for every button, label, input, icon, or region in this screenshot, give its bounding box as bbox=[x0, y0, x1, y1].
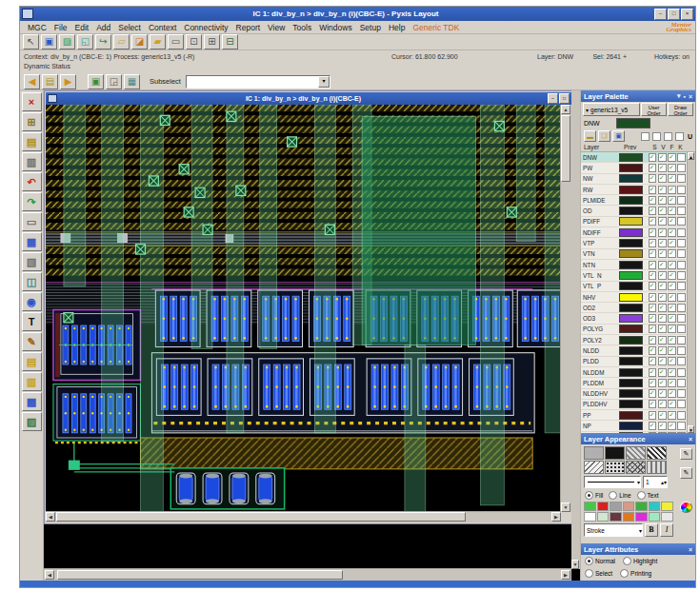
tool-icon[interactable]: ▤ bbox=[22, 352, 42, 371]
layer-row[interactable]: NLDDM bbox=[581, 367, 688, 378]
f-checkbox[interactable] bbox=[668, 174, 676, 183]
s-checkbox[interactable] bbox=[649, 164, 657, 172]
s-checkbox[interactable] bbox=[649, 389, 657, 398]
layer-row[interactable]: PLDD bbox=[581, 357, 688, 367]
close-icon[interactable]: × bbox=[689, 546, 692, 553]
f-checkbox[interactable] bbox=[668, 346, 676, 355]
s-checkbox[interactable] bbox=[649, 293, 657, 302]
v-checkbox[interactable] bbox=[658, 400, 667, 408]
f-checkbox[interactable] bbox=[668, 422, 676, 430]
layer-row[interactable]: VTP bbox=[581, 238, 688, 248]
box-icon[interactable]: ▣ bbox=[612, 130, 625, 142]
scroll-left-icon[interactable]: ◀ bbox=[46, 512, 55, 522]
filter-checkbox[interactable] bbox=[652, 132, 661, 141]
k-checkbox[interactable] bbox=[677, 186, 686, 194]
layer-row[interactable]: NLDDHV bbox=[581, 389, 688, 400]
filter-checkbox[interactable] bbox=[675, 132, 684, 141]
layer-swatch[interactable] bbox=[619, 400, 643, 408]
v-checkbox[interactable] bbox=[658, 186, 667, 194]
v-checkbox[interactable] bbox=[658, 422, 667, 430]
v-checkbox[interactable] bbox=[658, 314, 667, 323]
pattern-swatch[interactable] bbox=[626, 461, 646, 474]
scroll-left-icon[interactable]: ◀ bbox=[45, 570, 54, 580]
v-checkbox[interactable] bbox=[658, 239, 667, 247]
s-checkbox[interactable] bbox=[649, 217, 657, 226]
v-checkbox[interactable] bbox=[658, 228, 667, 237]
layer-swatch[interactable] bbox=[619, 228, 643, 237]
color-wheel-icon[interactable] bbox=[680, 502, 692, 513]
layer-swatch[interactable] bbox=[619, 207, 643, 215]
layer-row[interactable]: POLYG bbox=[581, 325, 688, 335]
window-menu-icon[interactable] bbox=[48, 94, 57, 103]
layer-swatch[interactable] bbox=[619, 271, 643, 280]
v-checkbox[interactable] bbox=[658, 217, 667, 226]
f-checkbox[interactable] bbox=[668, 282, 676, 290]
layer-row[interactable]: PW bbox=[581, 163, 688, 173]
color-swatch[interactable] bbox=[610, 512, 622, 522]
layer-row[interactable]: RW bbox=[581, 185, 688, 195]
tool-icon[interactable]: ▧ bbox=[22, 252, 42, 271]
mdi-hscrollbar[interactable]: ◀ ▶ bbox=[44, 568, 571, 581]
layer-row[interactable]: PLMIDE bbox=[581, 195, 688, 206]
f-checkbox[interactable] bbox=[668, 293, 676, 302]
current-layer-swatch[interactable] bbox=[616, 118, 650, 128]
filter-checkbox[interactable] bbox=[641, 132, 650, 141]
layer-appearance-titlebar[interactable]: Layer Appearance × bbox=[581, 433, 695, 444]
edit-line-icon[interactable]: ✎ bbox=[680, 467, 692, 479]
k-checkbox[interactable] bbox=[677, 271, 686, 280]
layer-swatch[interactable] bbox=[619, 422, 643, 430]
tool-icon[interactable]: ↶ bbox=[22, 172, 42, 191]
v-checkbox[interactable] bbox=[658, 164, 667, 172]
color-swatch[interactable] bbox=[661, 512, 673, 522]
k-checkbox[interactable] bbox=[677, 153, 686, 162]
draw-order-button[interactable]: Draw Order bbox=[668, 103, 693, 116]
k-checkbox[interactable] bbox=[677, 164, 686, 172]
forward-icon[interactable]: ▶ bbox=[60, 74, 76, 89]
select-mode-icon[interactable]: ▣ bbox=[88, 74, 104, 89]
layer-swatch[interactable] bbox=[619, 346, 643, 355]
canvas-hscrollbar[interactable]: ◀ ▶ bbox=[46, 511, 561, 522]
v-checkbox[interactable] bbox=[658, 325, 667, 333]
tool-icon[interactable]: T bbox=[22, 312, 42, 331]
pattern-swatch[interactable] bbox=[626, 446, 646, 460]
v-checkbox[interactable] bbox=[658, 249, 667, 258]
vscroll-thumb[interactable] bbox=[561, 115, 570, 182]
k-checkbox[interactable] bbox=[677, 400, 686, 408]
s-checkbox[interactable] bbox=[649, 368, 657, 377]
f-checkbox[interactable] bbox=[668, 357, 676, 365]
layer-swatch[interactable] bbox=[619, 389, 643, 398]
menu-item[interactable]: Windows bbox=[315, 23, 355, 32]
layer-row[interactable]: NP bbox=[581, 421, 688, 431]
s-checkbox[interactable] bbox=[649, 186, 657, 194]
edit-pattern-icon[interactable]: ✎ bbox=[680, 448, 692, 460]
f-checkbox[interactable] bbox=[668, 304, 676, 312]
italic-button[interactable]: I bbox=[660, 523, 673, 537]
f-checkbox[interactable] bbox=[668, 186, 676, 194]
s-checkbox[interactable] bbox=[649, 271, 657, 280]
k-checkbox[interactable] bbox=[677, 196, 686, 205]
pattern-swatch[interactable] bbox=[647, 461, 667, 474]
s-checkbox[interactable] bbox=[649, 207, 657, 215]
layer-swatch[interactable] bbox=[619, 239, 643, 247]
tool-icon[interactable]: ▭ bbox=[22, 212, 42, 231]
f-checkbox[interactable] bbox=[668, 314, 676, 323]
tool-icon[interactable]: ◫ bbox=[22, 272, 42, 291]
s-checkbox[interactable] bbox=[649, 304, 657, 312]
f-checkbox[interactable] bbox=[668, 153, 676, 162]
k-checkbox[interactable] bbox=[677, 357, 686, 365]
s-checkbox[interactable] bbox=[649, 249, 657, 258]
layer-swatch[interactable] bbox=[619, 357, 643, 365]
chevron-down-icon[interactable]: ▾ bbox=[318, 76, 330, 88]
s-checkbox[interactable] bbox=[649, 261, 657, 269]
hscroll-thumb[interactable] bbox=[56, 512, 466, 522]
k-checkbox[interactable] bbox=[677, 346, 686, 355]
layer-row[interactable]: NTN bbox=[581, 260, 688, 270]
layer-palette-titlebar[interactable]: Layer Palette ▾ ▪ × bbox=[581, 90, 695, 102]
k-checkbox[interactable] bbox=[677, 368, 686, 377]
menu-item[interactable]: Setup bbox=[356, 23, 385, 32]
f-checkbox[interactable] bbox=[668, 217, 676, 226]
s-checkbox[interactable] bbox=[649, 336, 657, 345]
scroll-up-icon[interactable]: ▲ bbox=[561, 105, 570, 114]
toolbar-icon[interactable]: ↪ bbox=[95, 34, 111, 49]
s-checkbox[interactable] bbox=[649, 228, 657, 237]
